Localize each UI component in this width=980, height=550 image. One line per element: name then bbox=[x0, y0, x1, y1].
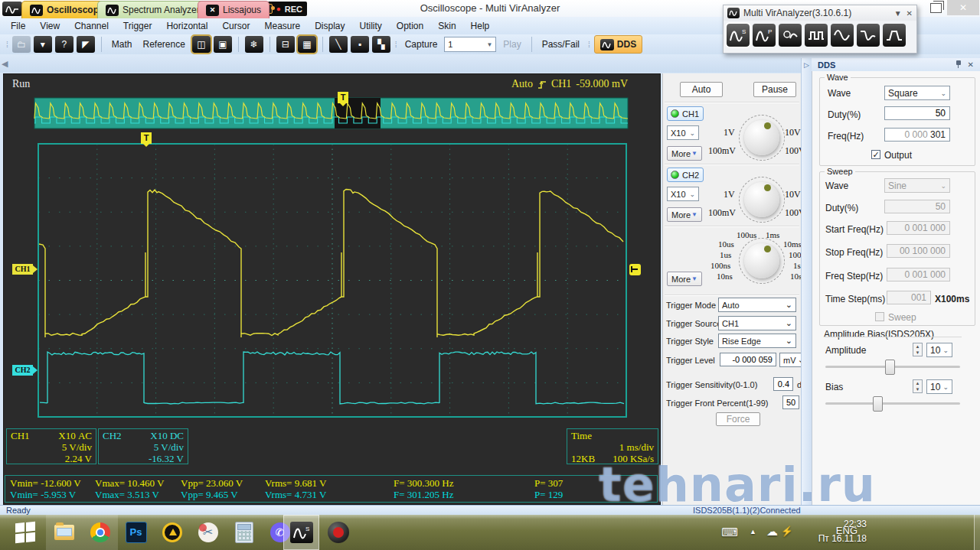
ch1-probe-select[interactable]: X10⌄ bbox=[667, 125, 699, 140]
dds-toggle-button[interactable]: DDS bbox=[594, 35, 642, 54]
bias-spinner[interactable]: ▲▼ bbox=[913, 379, 923, 393]
ch1-more-button[interactable]: More▼ bbox=[667, 146, 702, 161]
touch-keyboard-icon[interactable]: ⌨ bbox=[721, 526, 738, 539]
trigger-mode-select[interactable]: Auto⌄ bbox=[718, 298, 796, 312]
sweep-wave-select[interactable]: Sine⌄ bbox=[884, 178, 950, 193]
trigger-source-select[interactable]: CH1⌄ bbox=[718, 316, 796, 330]
panel-splitter[interactable]: ▷ bbox=[801, 58, 812, 505]
passfail-button[interactable]: Pass/Fail bbox=[538, 39, 583, 50]
sweep-duty-input[interactable] bbox=[884, 200, 950, 213]
show-desktop-button[interactable] bbox=[974, 515, 980, 550]
taskbar-aimp[interactable] bbox=[154, 515, 190, 550]
taskbar-calculator[interactable] bbox=[226, 515, 262, 550]
sweep-tool-button[interactable] bbox=[831, 24, 854, 47]
amplitude-select[interactable]: 10⌄ bbox=[926, 343, 952, 357]
ch1-volts-knob[interactable] bbox=[744, 120, 779, 155]
spinner-up-icon[interactable]: ▲ bbox=[916, 381, 920, 386]
time-step-input[interactable] bbox=[887, 291, 931, 304]
menu-measure[interactable]: Measure bbox=[264, 21, 300, 31]
open-file-button[interactable]: 🗀 bbox=[12, 36, 31, 53]
spinner-down-icon[interactable]: ▼ bbox=[916, 350, 920, 355]
launcher-titlebar[interactable]: Multi VirAnalyzer(3.10.6.1) ▼ ✕ bbox=[724, 5, 916, 21]
timebase-knob[interactable] bbox=[744, 243, 779, 278]
amplitude-spinner[interactable]: ▲▼ bbox=[913, 343, 923, 356]
menu-horizontal[interactable]: Horizontal bbox=[166, 21, 207, 31]
tab-lissajous[interactable]: ✕ Lissajous bbox=[198, 1, 270, 18]
ch2-ground-marker[interactable]: CH2 bbox=[12, 365, 33, 376]
trigger-style-select[interactable]: Rise Edge⌄ bbox=[718, 334, 796, 348]
menu-help[interactable]: Help bbox=[471, 21, 490, 31]
pin-icon[interactable] bbox=[956, 60, 962, 68]
dot-style-button[interactable]: ▪ bbox=[351, 36, 369, 53]
start-button[interactable] bbox=[6, 515, 44, 550]
reference-button[interactable]: Reference bbox=[139, 39, 188, 50]
menu-cursor[interactable]: Cursor bbox=[222, 21, 250, 31]
screenshot-button[interactable]: ▦ bbox=[298, 36, 316, 53]
trigger-level-input[interactable] bbox=[720, 353, 776, 366]
single-view-button[interactable]: ▣ bbox=[214, 36, 232, 53]
stop-freq-input[interactable] bbox=[887, 244, 950, 258]
dds-close-icon[interactable]: ✕ bbox=[968, 60, 974, 69]
trigger-level-marker[interactable] bbox=[629, 264, 641, 275]
amplitude-slider[interactable] bbox=[825, 366, 960, 368]
ch2-volts-knob[interactable] bbox=[744, 182, 779, 217]
capture-count-select[interactable]: 1 ▼ bbox=[444, 37, 496, 52]
dds-freq-input[interactable]: 0 000 301 bbox=[884, 128, 950, 142]
split-view-button[interactable]: ◫ bbox=[192, 36, 211, 53]
bias-slider[interactable] bbox=[825, 402, 960, 405]
collapse-panel-icon[interactable]: ▷ bbox=[804, 61, 809, 69]
menu-file[interactable]: File bbox=[11, 21, 25, 31]
menu-channel[interactable]: Channel bbox=[74, 21, 109, 31]
freq-step-input[interactable] bbox=[887, 268, 950, 282]
bias-slider-thumb[interactable] bbox=[873, 396, 883, 412]
menu-display[interactable]: Display bbox=[315, 21, 345, 31]
amplitude-slider-thumb[interactable] bbox=[885, 360, 895, 375]
multiwave-tool-button[interactable] bbox=[857, 24, 880, 47]
auto-button[interactable]: Auto bbox=[680, 82, 723, 97]
usb-device-icon[interactable]: ⚡ bbox=[781, 526, 793, 537]
rec-label[interactable]: REC bbox=[285, 5, 302, 14]
spinner-up-icon[interactable]: ▲ bbox=[916, 344, 920, 349]
tab-spectrum-analyzer[interactable]: Spectrum Analyzer bbox=[97, 1, 208, 18]
launcher-dropdown-icon[interactable]: ▼ bbox=[894, 9, 902, 18]
color-settings-button[interactable]: ▚ bbox=[372, 36, 390, 53]
dds-wave-select[interactable]: Square⌄ bbox=[884, 86, 950, 100]
restore-window-button[interactable] bbox=[930, 3, 942, 13]
persistence-button[interactable]: ❄ bbox=[245, 36, 263, 53]
trigger-position-marker[interactable]: T bbox=[141, 132, 152, 144]
ch1-enable-button[interactable]: CH1 bbox=[667, 106, 704, 121]
onedrive-cloud-icon[interactable]: ☁ bbox=[766, 525, 778, 539]
play-button[interactable]: Play bbox=[499, 39, 524, 50]
save-button[interactable]: ▾ bbox=[34, 36, 52, 53]
tray-expand-icon[interactable]: ▲ bbox=[750, 528, 756, 535]
spinner-down-icon[interactable]: ▼ bbox=[916, 387, 920, 392]
trigger-sensitivity-input[interactable] bbox=[773, 377, 793, 391]
ch2-more-button[interactable]: More▼ bbox=[667, 207, 702, 222]
pause-button[interactable]: Pause bbox=[753, 82, 796, 97]
sweep-checkbox[interactable] bbox=[875, 312, 884, 321]
overview-trigger-position-marker[interactable]: T bbox=[338, 92, 348, 103]
taskbar-chrome[interactable] bbox=[82, 515, 118, 550]
math-button[interactable]: Math bbox=[108, 39, 136, 50]
dds-output-checkbox[interactable]: ✓ bbox=[871, 150, 880, 159]
menu-view[interactable]: View bbox=[40, 21, 60, 31]
start-freq-input[interactable] bbox=[887, 221, 950, 235]
oscilloscope-tool-button[interactable]: S bbox=[727, 24, 750, 47]
taskbar-recorder-app[interactable] bbox=[320, 515, 356, 550]
trigger-front-input[interactable] bbox=[782, 395, 799, 409]
dds-duty-input[interactable] bbox=[884, 106, 950, 120]
tab-scroll-left-icon[interactable]: ◀ bbox=[2, 59, 8, 69]
logic-tool-button[interactable] bbox=[805, 24, 828, 47]
bias-select[interactable]: 10⌄ bbox=[926, 379, 952, 394]
spectrum-tool-button[interactable]: P bbox=[753, 24, 776, 47]
timebase-more-button[interactable]: More▼ bbox=[667, 272, 702, 286]
taskbar-viranalyzer-active[interactable]: S bbox=[283, 515, 319, 550]
launcher-close-icon[interactable]: ✕ bbox=[906, 9, 913, 18]
taskbar-snipping-tool[interactable]: ✂ bbox=[190, 515, 226, 550]
menu-skin[interactable]: Skin bbox=[438, 21, 456, 31]
record-tape-button[interactable]: ⊟ bbox=[276, 36, 295, 53]
help-button[interactable]: ? bbox=[55, 36, 74, 53]
close-window-button[interactable]: ✕ bbox=[947, 0, 979, 15]
taskbar-explorer[interactable] bbox=[46, 515, 82, 550]
ch1-ground-marker[interactable]: CH1 bbox=[12, 264, 33, 275]
